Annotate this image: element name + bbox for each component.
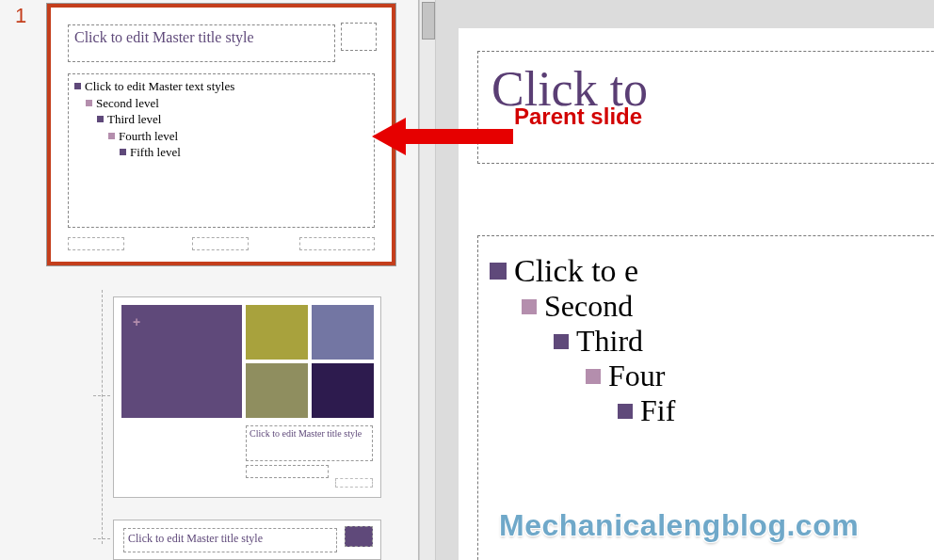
decorative-block bbox=[246, 305, 308, 360]
body-level-4: Fourth level bbox=[119, 128, 178, 145]
watermark-text: Mechanicalengblog.com bbox=[499, 508, 859, 543]
layout-thumbnail[interactable]: Click to edit Master title style bbox=[113, 520, 381, 560]
decorative-block bbox=[312, 305, 374, 360]
slide-editor-area: Click to Click to e Second Third Four Fi… bbox=[436, 0, 934, 560]
slide-master-thumbnail-panel: 1 Click to edit Master title style Click… bbox=[0, 0, 419, 560]
decorative-block bbox=[246, 363, 308, 418]
body-level-3: Third level bbox=[107, 111, 161, 128]
layout-title-placeholder[interactable]: Click to edit Master title style bbox=[123, 528, 337, 552]
body-level-5: Fifth level bbox=[130, 144, 181, 161]
footer-placeholder[interactable] bbox=[335, 478, 373, 488]
bullet-icon bbox=[586, 369, 601, 384]
master-body-placeholder[interactable]: Click to edit Master text styles Second … bbox=[68, 73, 375, 228]
body-level-4: Four bbox=[608, 359, 665, 393]
body-level-2: Second bbox=[544, 289, 633, 324]
hierarchy-connector bbox=[93, 395, 110, 396]
body-level-1: Click to edit Master text styles bbox=[85, 78, 234, 95]
body-level-3: Third bbox=[576, 324, 643, 359]
bullet-icon bbox=[490, 263, 507, 280]
bullet-icon bbox=[618, 404, 633, 419]
scrollbar-thumb[interactable] bbox=[422, 2, 435, 40]
master-title-placeholder[interactable]: Click to edit Master title style bbox=[68, 24, 335, 62]
layout-title-placeholder[interactable]: Click to edit Master title style bbox=[246, 425, 373, 461]
master-slide-thumbnail[interactable]: Click to edit Master title style Click t… bbox=[47, 4, 395, 265]
bullet-icon bbox=[522, 299, 537, 314]
annotation-text: Parent slide bbox=[514, 104, 642, 130]
master-slide-number: 1 bbox=[15, 4, 26, 28]
bullet-icon bbox=[86, 100, 92, 106]
bullet-icon bbox=[120, 149, 126, 155]
footer-placeholder[interactable] bbox=[192, 237, 249, 250]
layout-subtitle-placeholder[interactable] bbox=[246, 465, 329, 478]
footer-placeholder[interactable] bbox=[68, 237, 124, 250]
slide-number-placeholder[interactable] bbox=[341, 23, 377, 51]
plus-icon: + bbox=[133, 314, 140, 329]
thumbnail-scrollbar[interactable] bbox=[419, 0, 436, 560]
body-level-2: Second level bbox=[96, 95, 159, 112]
hierarchy-connector bbox=[93, 538, 110, 539]
slide-number-placeholder[interactable] bbox=[345, 526, 373, 547]
body-level-5: Fif bbox=[640, 393, 675, 428]
bullet-icon bbox=[97, 116, 104, 122]
decorative-block: + bbox=[121, 305, 242, 418]
layout-thumbnail-title-slide[interactable]: + Click to edit Master title style bbox=[113, 296, 381, 498]
bullet-icon bbox=[74, 83, 81, 89]
hierarchy-connector bbox=[102, 290, 103, 544]
bullet-icon bbox=[554, 334, 569, 349]
decorative-block bbox=[312, 363, 374, 418]
footer-placeholder[interactable] bbox=[299, 237, 375, 250]
body-level-1: Click to e bbox=[514, 253, 638, 289]
bullet-icon bbox=[108, 133, 115, 139]
